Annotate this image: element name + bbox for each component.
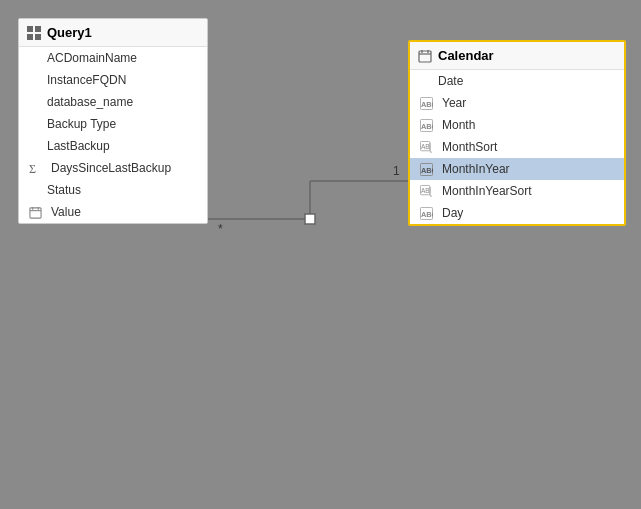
field-label: MonthInYearSort: [442, 184, 532, 198]
field-label: DaysSinceLastBackup: [51, 161, 171, 175]
field-label: Status: [47, 183, 81, 197]
field-Value[interactable]: Value: [19, 201, 207, 223]
abc-icon: ABC: [420, 119, 433, 132]
abc-icon: ABC: [420, 163, 433, 176]
field-label: MonthInYear: [442, 162, 510, 176]
field-label: Year: [442, 96, 466, 110]
field-label: LastBackup: [47, 139, 110, 153]
field-label: Backup Type: [47, 117, 116, 131]
field-Status[interactable]: Status: [19, 179, 207, 201]
svg-rect-8: [27, 34, 33, 40]
svg-text:ABC: ABC: [421, 210, 433, 219]
query1-header: Query1: [19, 19, 207, 47]
svg-text:Σ: Σ: [29, 162, 36, 175]
svg-rect-9: [35, 34, 41, 40]
svg-rect-15: [419, 51, 431, 62]
calendar-header: Calendar: [410, 42, 624, 70]
field-DaysSinceLastBackup[interactable]: Σ DaysSinceLastBackup: [19, 157, 207, 179]
sigma-icon: Σ: [29, 162, 42, 175]
field-MonthInYearSort[interactable]: AB MonthInYearSort: [410, 180, 624, 202]
calendar-title: Calendar: [438, 48, 494, 63]
field-Year[interactable]: ABC Year: [410, 92, 624, 114]
abc-sort-icon: AB: [420, 141, 433, 154]
field-InstanceFQDN[interactable]: InstanceFQDN: [19, 69, 207, 91]
field-label: Date: [438, 74, 463, 88]
field-Date[interactable]: Date: [410, 70, 624, 92]
svg-text:ABC: ABC: [421, 166, 433, 175]
svg-rect-6: [27, 26, 33, 32]
field-MonthSort[interactable]: AB MonthSort: [410, 136, 624, 158]
svg-text:*: *: [218, 222, 223, 236]
svg-text:AB: AB: [421, 143, 430, 150]
svg-text:ABC: ABC: [421, 122, 433, 131]
field-BackupType[interactable]: Backup Type: [19, 113, 207, 135]
calendar-table-card[interactable]: Calendar Date ABC Year ABC Month: [408, 40, 626, 226]
svg-rect-3: [305, 214, 315, 224]
field-LastBackup[interactable]: LastBackup: [19, 135, 207, 157]
calendar-header-icon: [418, 49, 432, 63]
field-label: InstanceFQDN: [47, 73, 126, 87]
field-label: Value: [51, 205, 81, 219]
abc-sort-icon: AB: [420, 185, 433, 198]
field-label: Day: [442, 206, 463, 220]
field-Month[interactable]: ABC Month: [410, 114, 624, 136]
field-label: Month: [442, 118, 475, 132]
table-icon: [27, 26, 41, 40]
field-database_name[interactable]: database_name: [19, 91, 207, 113]
field-Day[interactable]: ABC Day: [410, 202, 624, 224]
svg-rect-11: [30, 207, 41, 217]
abc-icon: ABC: [420, 97, 433, 110]
field-label: ACDomainName: [47, 51, 137, 65]
svg-rect-7: [35, 26, 41, 32]
abc-icon: ABC: [420, 207, 433, 220]
field-ACDomainName[interactable]: ACDomainName: [19, 47, 207, 69]
svg-text:ABC: ABC: [421, 100, 433, 109]
field-label: MonthSort: [442, 140, 497, 154]
query1-table-card[interactable]: Query1 ACDomainName InstanceFQDN databas…: [18, 18, 208, 224]
svg-text:AB: AB: [421, 187, 430, 194]
query1-title: Query1: [47, 25, 92, 40]
field-label: database_name: [47, 95, 133, 109]
calendar-icon: [29, 206, 42, 219]
svg-text:1: 1: [393, 164, 400, 178]
field-MonthInYear[interactable]: ABC MonthInYear: [410, 158, 624, 180]
